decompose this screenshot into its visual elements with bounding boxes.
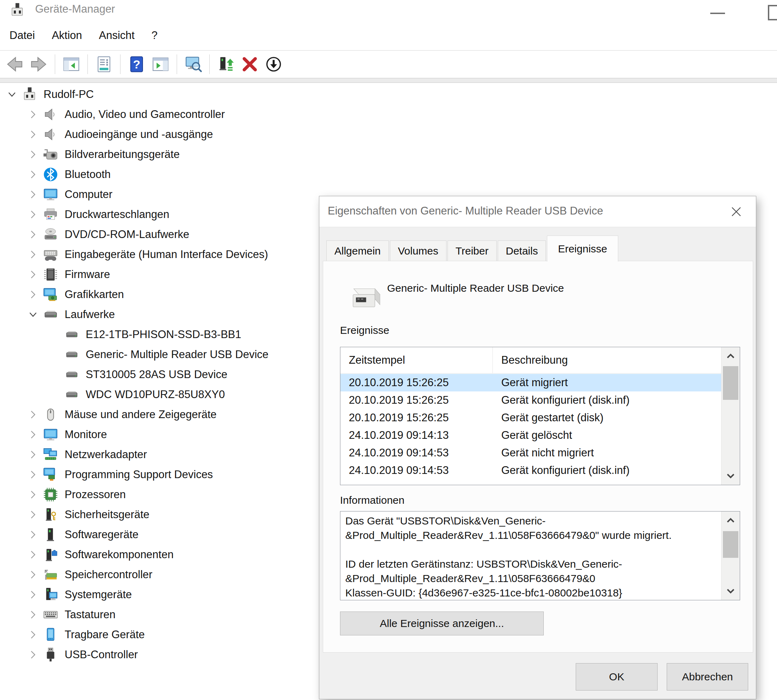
- chevron-down-icon[interactable]: [25, 306, 42, 323]
- tree-item-prozessoren[interactable]: Prozessoren: [0, 485, 316, 505]
- chevron-right-icon[interactable]: [25, 426, 42, 443]
- storage-controller-icon: [42, 565, 60, 584]
- chevron-right-icon[interactable]: [25, 506, 42, 523]
- tab-details[interactable]: Details: [498, 240, 546, 261]
- show-console-tree-button[interactable]: [60, 53, 82, 75]
- tree-item-sicherheitsgeräte[interactable]: Sicherheitsgeräte: [0, 505, 316, 525]
- tree-item-e12-1tb-phison-ssd-b3-bb1[interactable]: E12-1TB-PHISON-SSD-B3-BB1: [0, 324, 316, 344]
- column-header-timestamp[interactable]: Zeitstempel: [340, 347, 493, 373]
- chevron-right-icon[interactable]: [25, 406, 42, 423]
- column-header-description[interactable]: Beschreibung: [493, 347, 722, 373]
- tab-ereignisse[interactable]: Ereignisse: [547, 235, 618, 262]
- tree-item-tragbare-geräte[interactable]: Tragbare Geräte: [0, 625, 316, 645]
- event-row[interactable]: 24.10.2019 09:14:13Gerät gelöscht: [340, 427, 722, 444]
- tree-item-tastaturen[interactable]: Tastaturen: [0, 605, 316, 625]
- chevron-right-icon[interactable]: [25, 566, 42, 583]
- chevron-right-icon[interactable]: [25, 646, 42, 663]
- information-text-box[interactable]: Das Gerät "USBSTOR\Disk&Ven_Generic-&Pro…: [340, 511, 740, 600]
- chevron-spacer: [46, 386, 62, 403]
- tree-item-st310005-28as-usb-device[interactable]: ST310005 28AS USB Device: [0, 364, 316, 384]
- chevron-right-icon[interactable]: [25, 106, 42, 123]
- ok-button[interactable]: OK: [576, 663, 658, 690]
- tree-item-bildverarbeitungsgeräte[interactable]: Bildverarbeitungsgeräte: [0, 144, 316, 164]
- menu-item-aktion[interactable]: Aktion: [52, 29, 82, 42]
- menu-item-ansicht[interactable]: Ansicht: [99, 29, 135, 42]
- event-row[interactable]: 20.10.2019 15:26:25Gerät migriert: [340, 374, 722, 392]
- uninstall-device-button[interactable]: [239, 53, 261, 75]
- chevron-right-icon[interactable]: [25, 446, 42, 463]
- information-scrollbar[interactable]: [721, 512, 740, 600]
- menu-item-[interactable]: ?: [151, 29, 157, 42]
- tree-item-laufwerke[interactable]: Laufwerke: [0, 304, 316, 324]
- disable-device-button[interactable]: [263, 53, 284, 75]
- tree-item-generic-multiple-reader-usb-device[interactable]: Generic- Multiple Reader USB Device: [0, 344, 316, 364]
- chevron-right-icon[interactable]: [25, 166, 42, 183]
- properties-button[interactable]: [93, 53, 115, 75]
- chevron-right-icon[interactable]: [25, 286, 42, 303]
- tree-item-dvd-cd-rom-laufwerke[interactable]: DVD/CD-ROM-Laufwerke: [0, 224, 316, 244]
- event-row[interactable]: 20.10.2019 15:26:25Gerät konfiguriert (d…: [340, 392, 722, 409]
- tree-item-monitore[interactable]: Monitore: [0, 425, 316, 445]
- back-button[interactable]: [4, 53, 26, 75]
- tree-item-bluetooth[interactable]: Bluetooth: [0, 164, 316, 184]
- events-scrollbar[interactable]: [721, 347, 740, 485]
- tree-item-label: Prozessoren: [65, 488, 126, 501]
- scan-hardware-changes-button[interactable]: [182, 53, 204, 75]
- tree-item-speichercontroller[interactable]: Speichercontroller: [0, 565, 316, 585]
- tree-item-systemgeräte[interactable]: Systemgeräte: [0, 585, 316, 605]
- chevron-right-icon[interactable]: [25, 126, 42, 143]
- scroll-up-button[interactable]: [722, 347, 740, 365]
- tab-allgemein[interactable]: Allgemein: [326, 240, 389, 261]
- tree-item-programming-support-devices[interactable]: Programming Support Devices: [0, 465, 316, 485]
- chevron-right-icon[interactable]: [25, 486, 42, 503]
- tree-item-rudolf-pc[interactable]: Rudolf-PC: [0, 84, 316, 104]
- tree-item-netzwerkadapter[interactable]: Netzwerkadapter: [0, 445, 316, 465]
- chevron-right-icon[interactable]: [25, 186, 42, 203]
- chevron-right-icon[interactable]: [25, 146, 42, 163]
- scroll-up-button[interactable]: [722, 512, 740, 530]
- chevron-right-icon[interactable]: [25, 206, 42, 223]
- tree-item-firmware[interactable]: Firmware: [0, 264, 316, 284]
- tree-item-grafikkarten[interactable]: Grafikkarten: [0, 284, 316, 304]
- event-row[interactable]: 24.10.2019 09:14:53Gerät konfiguriert (d…: [340, 462, 722, 479]
- tree-item-usb-controller[interactable]: USB-Controller: [0, 645, 316, 665]
- update-driver-button[interactable]: [215, 53, 237, 75]
- scrollbar-thumb[interactable]: [723, 366, 739, 400]
- scroll-down-button[interactable]: [722, 582, 740, 600]
- chevron-right-icon[interactable]: [25, 466, 42, 483]
- event-row[interactable]: 20.10.2019 15:26:25Gerät gestartet (disk…: [340, 409, 722, 427]
- tab-volumes[interactable]: Volumes: [390, 240, 446, 261]
- toolbar-separator: [120, 54, 120, 74]
- tree-item-wdc-wd10purz-85u8xy0[interactable]: WDC WD10PURZ-85U8XY0: [0, 384, 316, 404]
- tab-treiber[interactable]: Treiber: [448, 240, 497, 261]
- tree-item-softwarekomponenten[interactable]: Softwarekomponenten: [0, 545, 316, 565]
- chevron-right-icon[interactable]: [25, 226, 42, 243]
- help-button[interactable]: ?: [126, 53, 147, 75]
- cancel-button[interactable]: Abbrechen: [667, 663, 748, 690]
- menu-item-datei[interactable]: Datei: [10, 29, 35, 42]
- chevron-right-icon[interactable]: [25, 606, 42, 623]
- tree-item-audioeingänge-und-ausgänge[interactable]: Audioeingänge und -ausgänge: [0, 124, 316, 144]
- chevron-right-icon[interactable]: [25, 626, 42, 643]
- scrollbar-thumb[interactable]: [723, 531, 739, 558]
- chevron-down-icon[interactable]: [3, 86, 20, 103]
- chevron-right-icon[interactable]: [25, 526, 42, 543]
- minimize-button[interactable]: [702, 0, 734, 20]
- tree-item-audio-video-und-gamecontroller[interactable]: Audio, Video und Gamecontroller: [0, 104, 316, 124]
- chevron-right-icon[interactable]: [25, 586, 42, 603]
- event-row[interactable]: 24.10.2019 09:14:53Gerät nicht migriert: [340, 444, 722, 462]
- maximize-button[interactable]: [762, 0, 777, 20]
- tree-item-druckwarteschlangen[interactable]: Druckwarteschlangen: [0, 204, 316, 224]
- show-all-events-button[interactable]: Alle Ereignisse anzeigen...: [340, 612, 544, 635]
- scroll-down-button[interactable]: [722, 467, 740, 485]
- tree-item-computer[interactable]: Computer: [0, 184, 316, 204]
- chevron-right-icon[interactable]: [25, 546, 42, 563]
- tree-item-softwaregeräte[interactable]: Softwaregeräte: [0, 525, 316, 545]
- chevron-right-icon[interactable]: [25, 266, 42, 283]
- tree-item-mäuse-und-andere-zeigegeräte[interactable]: Mäuse und andere Zeigegeräte: [0, 404, 316, 425]
- action-pane-button[interactable]: [150, 53, 171, 75]
- forward-button[interactable]: [28, 53, 50, 75]
- chevron-right-icon[interactable]: [25, 246, 42, 263]
- close-button[interactable]: [727, 203, 745, 220]
- tree-item-eingabegeräte-human-interface-devices[interactable]: Eingabegeräte (Human Interface Devices): [0, 244, 316, 264]
